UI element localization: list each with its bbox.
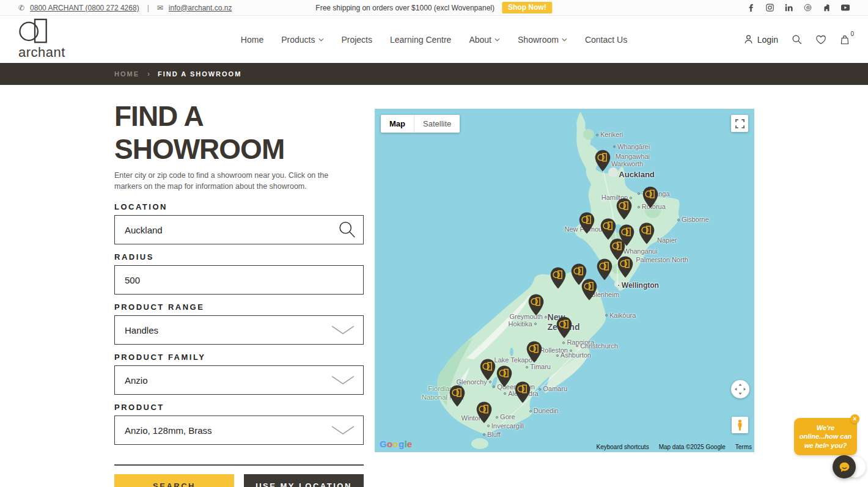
product-family-label: PRODUCT FAMILY (114, 353, 364, 362)
showroom-pin[interactable] (581, 278, 597, 303)
login-label: Login (757, 35, 778, 45)
wishlist-button[interactable] (815, 35, 826, 45)
product-range-label: PRODUCT RANGE (114, 302, 364, 312)
phone-icon: ✆ (18, 4, 24, 12)
chat-bubble-tail (824, 447, 831, 453)
terms-link[interactable]: Terms (735, 444, 752, 450)
showroom-pin[interactable] (449, 385, 465, 410)
page-description: Enter city or zip code to find a showroo… (114, 170, 342, 192)
showroom-pin[interactable] (496, 365, 512, 390)
linkedin-icon[interactable] (784, 4, 793, 12)
showroom-pin[interactable] (616, 197, 632, 222)
chat-close-button[interactable]: × (850, 414, 859, 423)
shop-now-button[interactable]: Shop Now! (502, 2, 553, 13)
youtube-icon[interactable] (841, 4, 850, 12)
nav-item-showroom[interactable]: Showroom (518, 35, 567, 45)
main-nav: HomeProductsProjectsLearning CentreAbout… (241, 35, 627, 45)
radius-input[interactable] (114, 265, 364, 295)
showroom-pin[interactable] (480, 358, 496, 383)
user-icon (743, 34, 754, 45)
archant-logo[interactable]: archant (18, 18, 65, 60)
google-map[interactable]: KerikeriWhangāreiMangawhaiWarkworthAuckl… (375, 109, 754, 452)
breadcrumb-current: FIND A SHOWROOM (158, 70, 241, 78)
product-family-select[interactable]: Anzio (114, 365, 364, 395)
nav-item-learning-centre[interactable]: Learning Centre (390, 35, 451, 45)
chat-message: We're online...how can we help you? (800, 424, 852, 449)
nav-item-home[interactable]: Home (241, 35, 263, 45)
fullscreen-button[interactable] (731, 115, 748, 132)
showroom-pin[interactable] (617, 255, 633, 280)
product-range-value: Handles (125, 325, 158, 335)
map-view-button[interactable]: Map (381, 115, 414, 133)
product-range-select[interactable]: Handles (114, 315, 364, 345)
email-icon: ✉ (157, 4, 163, 12)
page-title: FIND A SHOWROOM (114, 100, 364, 166)
showroom-pin[interactable] (476, 401, 492, 427)
cart-icon (840, 35, 850, 45)
heart-icon (815, 35, 826, 45)
chevron-down-icon (331, 326, 355, 335)
showroom-search-form: FIND A SHOWROOM Enter city or zip code t… (114, 100, 364, 487)
search-submit-button[interactable]: SEARCH (114, 474, 234, 487)
nav-item-products[interactable]: Products (281, 35, 323, 45)
nav-item-contact-us[interactable]: Contact Us (585, 35, 627, 45)
showroom-pin[interactable] (642, 186, 658, 211)
google-logo[interactable]: Google (380, 439, 413, 449)
satellite-view-button[interactable]: Satellite (414, 115, 460, 133)
street-view-pegman[interactable] (732, 417, 748, 433)
site-header: archant HomeProductsProjectsLearning Cen… (0, 16, 868, 63)
pan-arrows-icon (732, 381, 748, 397)
nav-item-about[interactable]: About (469, 35, 500, 45)
showroom-pin[interactable] (596, 258, 612, 284)
product-select[interactable]: Anzio, 128mm, Brass (114, 416, 364, 445)
showroom-pin[interactable] (515, 381, 531, 406)
top-bar: ✆ 0800 ARCHANT (0800 272 4268) | ✉ info@… (0, 0, 868, 16)
nav-item-projects[interactable]: Projects (341, 35, 372, 45)
topbar-separator: | (147, 4, 149, 12)
showroom-pin[interactable] (526, 341, 542, 366)
location-label: LOCATION (114, 202, 364, 211)
chevron-down-icon (318, 38, 323, 42)
chat-launcher-button[interactable] (833, 455, 856, 478)
showroom-pin[interactable] (556, 317, 572, 342)
cart-button[interactable]: 0 (840, 35, 850, 45)
form-divider (114, 464, 364, 466)
showroom-pin[interactable] (528, 294, 544, 319)
cart-count-badge: 0 (850, 31, 854, 37)
social-icons (746, 4, 850, 12)
search-icon (792, 34, 802, 45)
instagram-icon[interactable] (765, 4, 774, 12)
location-input[interactable] (114, 215, 364, 244)
login-button[interactable]: Login (743, 34, 778, 45)
showroom-pin[interactable] (550, 266, 566, 291)
brand-name: archant (18, 45, 65, 60)
houzz-icon[interactable] (822, 4, 831, 12)
chevron-down-icon (331, 376, 355, 385)
showroom-pin[interactable] (595, 150, 611, 175)
search-button[interactable] (792, 34, 802, 45)
chat-icon (838, 461, 851, 474)
archant-logo-icon (18, 18, 51, 43)
location-search-icon[interactable] (337, 220, 356, 241)
showroom-pin[interactable] (639, 222, 655, 247)
fullscreen-icon (735, 119, 745, 128)
pegman-icon (736, 419, 744, 431)
email-link[interactable]: info@archant.co.nz (169, 4, 232, 12)
breadcrumb-separator: › (147, 70, 150, 78)
pinterest-icon[interactable] (803, 4, 812, 12)
chevron-down-icon (562, 38, 567, 42)
map-type-control: Map Satellite (381, 115, 460, 133)
pan-control[interactable] (731, 380, 749, 398)
map-data-text: Map data ©2025 Google (659, 444, 726, 450)
map-attribution: Keyboard shortcuts Map data ©2025 Google… (596, 444, 752, 450)
product-value: Anzio, 128mm, Brass (125, 425, 212, 436)
use-my-location-button[interactable]: USE MY LOCATION (244, 474, 364, 487)
facebook-icon[interactable] (746, 4, 755, 12)
showroom-pin[interactable] (579, 211, 595, 236)
keyboard-shortcuts-link[interactable]: Keyboard shortcuts (596, 444, 649, 450)
breadcrumb-home-link[interactable]: HOME (114, 70, 139, 78)
product-family-value: Anzio (125, 375, 148, 386)
phone-link[interactable]: 0800 ARCHANT (0800 272 4268) (30, 4, 139, 12)
product-label: PRODUCT (114, 403, 364, 412)
main-content: FIND A SHOWROOM Enter city or zip code t… (0, 85, 868, 487)
